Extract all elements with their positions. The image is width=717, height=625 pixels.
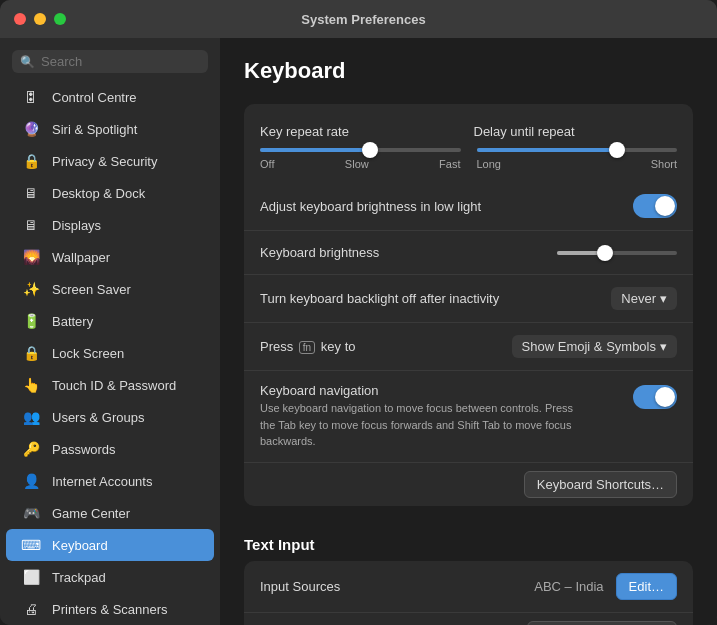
never-dropdown-btn[interactable]: Never ▾	[611, 287, 677, 310]
sidebar-item-siri-spotlight[interactable]: 🔮Siri & Spotlight	[6, 113, 214, 145]
toggle-knob	[655, 196, 675, 216]
sidebar-label-passwords: Passwords	[52, 442, 116, 457]
press-fn-label: Press fn key to	[260, 339, 512, 354]
keyboard-icon: ⌨	[20, 534, 42, 556]
sidebar-label-printers-scanners: Printers & Scanners	[52, 602, 168, 617]
keyboard-nav-toggle[interactable]	[633, 385, 677, 409]
key-repeat-label: Key repeat rate	[260, 124, 464, 139]
sidebar-item-lock-screen[interactable]: 🔒Lock Screen	[6, 337, 214, 369]
sidebar-label-keyboard: Keyboard	[52, 538, 108, 553]
sidebar-label-trackpad: Trackpad	[52, 570, 106, 585]
main-panel: Keyboard Key repeat rate Delay until rep…	[220, 38, 717, 625]
turn-off-backlight-row: Turn keyboard backlight off after inacti…	[244, 275, 693, 323]
sidebar-item-internet-accounts[interactable]: 👤Internet Accounts	[6, 465, 214, 497]
title-bar: System Preferences	[0, 0, 717, 38]
sidebar-item-trackpad[interactable]: ⬜Trackpad	[6, 561, 214, 593]
delay-long-label: Long	[477, 158, 501, 170]
wallpaper-icon: 🌄	[20, 246, 42, 268]
edit-button[interactable]: Edit…	[616, 573, 677, 600]
sidebar-label-wallpaper: Wallpaper	[52, 250, 110, 265]
desktop-dock-icon: 🖥	[20, 182, 42, 204]
sidebar-label-battery: Battery	[52, 314, 93, 329]
sidebar-item-keyboard[interactable]: ⌨Keyboard	[6, 529, 214, 561]
sidebar-label-users-groups: Users & Groups	[52, 410, 144, 425]
sidebar-item-displays[interactable]: 🖥Displays	[6, 209, 214, 241]
key-repeat-slider[interactable]	[260, 148, 461, 152]
chevron-down-icon: ▾	[660, 291, 667, 306]
text-input-section: Input Sources ABC – India Edit… Text Rep…	[244, 561, 693, 626]
delay-until-repeat-slider[interactable]	[477, 148, 678, 152]
sidebar-label-privacy-security: Privacy & Security	[52, 154, 157, 169]
repeat-slow-label: Slow	[345, 158, 369, 170]
page-title: Keyboard	[244, 58, 693, 84]
privacy-security-icon: 🔒	[20, 150, 42, 172]
keyboard-nav-label-block: Keyboard navigation Use keyboard navigat…	[260, 383, 633, 450]
sidebar-item-privacy-security[interactable]: 🔒Privacy & Security	[6, 145, 214, 177]
sidebar-label-siri-spotlight: Siri & Spotlight	[52, 122, 137, 137]
delay-until-repeat-label: Delay until repeat	[464, 124, 678, 139]
keyboard-shortcuts-row: Keyboard Shortcuts…	[244, 463, 693, 506]
fn-action-btn[interactable]: Show Emoji & Symbols ▾	[512, 335, 677, 358]
sidebar-item-control-centre[interactable]: 🎛Control Centre	[6, 81, 214, 113]
adjust-brightness-toggle[interactable]	[633, 194, 677, 218]
sidebar-item-screen-saver[interactable]: ✨Screen Saver	[6, 273, 214, 305]
touch-id-icon: 👆	[20, 374, 42, 396]
screen-saver-icon: ✨	[20, 278, 42, 300]
sidebar-item-battery[interactable]: 🔋Battery	[6, 305, 214, 337]
sidebar-label-screen-saver: Screen Saver	[52, 282, 131, 297]
adjust-brightness-row: Adjust keyboard brightness in low light	[244, 182, 693, 231]
input-source-value: ABC – India	[534, 579, 603, 594]
sidebar-label-internet-accounts: Internet Accounts	[52, 474, 152, 489]
main-content: 🔍 🎛Control Centre🔮Siri & Spotlight🔒Priva…	[0, 38, 717, 625]
text-input-header: Text Input	[244, 522, 693, 561]
brightness-thumb	[597, 245, 613, 261]
brightness-slider-container	[557, 251, 677, 255]
siri-spotlight-icon: 🔮	[20, 118, 42, 140]
window-title: System Preferences	[24, 12, 703, 27]
sidebar-items-list: 🎛Control Centre🔮Siri & Spotlight🔒Privacy…	[0, 81, 220, 625]
adjust-brightness-label: Adjust keyboard brightness in low light	[260, 199, 633, 214]
fn-action-dropdown: Show Emoji & Symbols ▾	[512, 335, 677, 358]
key-repeat-section: Key repeat rate Delay until repeat Off S…	[244, 104, 693, 506]
sidebar-item-users-groups[interactable]: 👥Users & Groups	[6, 401, 214, 433]
sidebar-item-passwords[interactable]: 🔑Passwords	[6, 433, 214, 465]
sidebar-item-printers-scanners[interactable]: 🖨Printers & Scanners	[6, 593, 214, 625]
search-bar[interactable]: 🔍	[12, 50, 208, 73]
battery-icon: 🔋	[20, 310, 42, 332]
sidebar-label-lock-screen: Lock Screen	[52, 346, 124, 361]
delay-short-label: Short	[651, 158, 677, 170]
sidebar-item-touch-id[interactable]: 👆Touch ID & Password	[6, 369, 214, 401]
users-groups-icon: 👥	[20, 406, 42, 428]
keyboard-brightness-label: Keyboard brightness	[260, 245, 557, 260]
sliders-header-row: Key repeat rate Delay until repeat	[244, 104, 693, 148]
press-fn-row: Press fn key to Show Emoji & Symbols ▾	[244, 323, 693, 371]
system-preferences-window: System Preferences 🔍 🎛Control Centre🔮Sir…	[0, 0, 717, 625]
keyboard-shortcuts-button[interactable]: Keyboard Shortcuts…	[524, 471, 677, 498]
search-input[interactable]	[41, 54, 200, 69]
text-replacements-button[interactable]: Text Replacements…	[527, 621, 677, 626]
sidebar-label-desktop-dock: Desktop & Dock	[52, 186, 145, 201]
input-sources-right: ABC – India Edit…	[534, 573, 677, 600]
repeat-off-label: Off	[260, 158, 274, 170]
keyboard-nav-label: Keyboard navigation	[260, 383, 633, 398]
fn-key-icon: fn	[299, 341, 315, 354]
sidebar-item-game-center[interactable]: 🎮Game Center	[6, 497, 214, 529]
sidebar-item-wallpaper[interactable]: 🌄Wallpaper	[6, 241, 214, 273]
trackpad-icon: ⬜	[20, 566, 42, 588]
game-center-icon: 🎮	[20, 502, 42, 524]
keyboard-nav-desc: Use keyboard navigation to move focus be…	[260, 400, 580, 450]
repeat-fast-label: Fast	[439, 158, 460, 170]
sidebar-label-game-center: Game Center	[52, 506, 130, 521]
control-centre-icon: 🎛	[20, 86, 42, 108]
keyboard-nav-toggle-knob	[655, 387, 675, 407]
brightness-slider[interactable]	[557, 251, 677, 255]
sidebar: 🔍 🎛Control Centre🔮Siri & Spotlight🔒Priva…	[0, 38, 220, 625]
input-sources-label: Input Sources	[260, 579, 534, 594]
lock-screen-icon: 🔒	[20, 342, 42, 364]
sidebar-label-displays: Displays	[52, 218, 101, 233]
keyboard-nav-row: Keyboard navigation Use keyboard navigat…	[244, 371, 693, 463]
sidebar-label-touch-id: Touch ID & Password	[52, 378, 176, 393]
input-sources-row: Input Sources ABC – India Edit…	[244, 561, 693, 613]
sidebar-item-desktop-dock[interactable]: 🖥Desktop & Dock	[6, 177, 214, 209]
keyboard-brightness-row: Keyboard brightness	[244, 231, 693, 275]
